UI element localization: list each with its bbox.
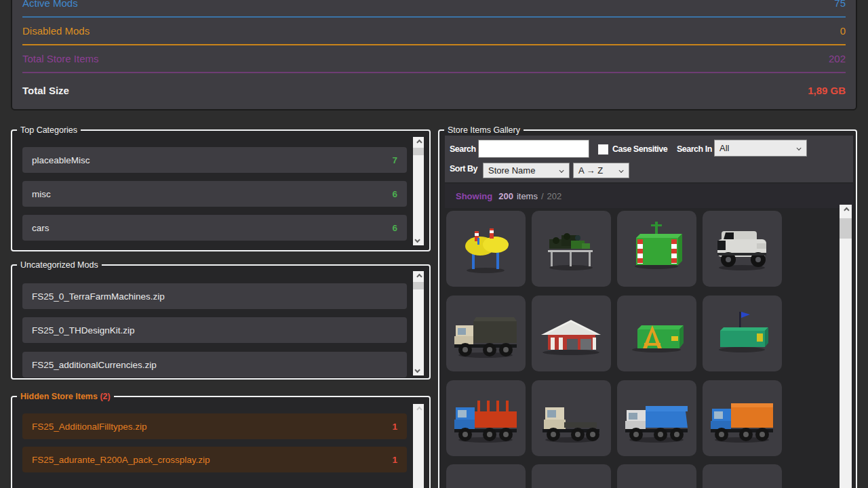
- suv-thumbnail: [703, 211, 782, 287]
- sprayer-thumbnail: [446, 211, 526, 287]
- container_sign-thumbnail: [617, 296, 696, 371]
- sort-by-value: Store Name: [488, 165, 535, 176]
- store-item-card[interactable]: [617, 296, 696, 371]
- store-item-card[interactable]: [532, 211, 611, 287]
- showing-separator: /: [541, 191, 544, 201]
- list-item[interactable]: cars6: [22, 215, 407, 241]
- item-count: 1: [392, 422, 397, 432]
- search-in-value: All: [719, 143, 729, 153]
- hidden-store-items-title: Hidden Store Items (2): [17, 391, 114, 403]
- store-item-card[interactable]: [446, 296, 526, 371]
- item-count: 1: [392, 455, 397, 465]
- item-name: placeableMisc: [32, 155, 90, 165]
- truck_orange-thumbnail: [703, 380, 782, 456]
- scrollbar-thumb[interactable]: [413, 148, 424, 155]
- item-count: 7: [392, 155, 397, 165]
- item-name: FS25_0_TerraFarmMachines.zip: [32, 291, 165, 302]
- stat-row: Total Store Items202: [22, 45, 846, 73]
- stats-panel: Active Mods75Disabled Mods0Total Store I…: [11, 0, 857, 110]
- store-item-card[interactable]: [703, 464, 782, 488]
- scroll-up-button[interactable]: [413, 137, 424, 148]
- list-scrollbar[interactable]: [413, 271, 424, 375]
- scroll-down-button[interactable]: [413, 365, 424, 375]
- showing-label: Showing: [456, 191, 492, 201]
- chevron-up-icon: [416, 140, 422, 145]
- list-item[interactable]: FS25_AdditionalFilltypes.zip1: [22, 413, 407, 439]
- store-item-card[interactable]: [617, 380, 696, 456]
- item-count: 6: [392, 223, 397, 233]
- stat-value: 75: [834, 0, 846, 9]
- store-item-card[interactable]: [446, 464, 526, 488]
- chevron-down-icon: [559, 168, 564, 173]
- scrollbar-thumb[interactable]: [413, 282, 424, 289]
- case-sensitive-checkbox[interactable]: [598, 144, 608, 155]
- gallery-toolbar: Search Case Sensitive Search In All Sort…: [445, 136, 853, 182]
- item-name: FS25_adurante_R200A_pack_crossplay.zip: [32, 455, 210, 465]
- store-item-card[interactable]: [617, 211, 696, 287]
- chevron-up-icon: [416, 274, 422, 279]
- building-thumbnail: [532, 296, 611, 371]
- item-name: FS25_additionalCurrencies.zip: [32, 360, 157, 370]
- store-item-card[interactable]: [703, 296, 782, 371]
- stat-value: 202: [829, 53, 846, 64]
- uncategorized-title: Uncategorized Mods: [17, 260, 102, 271]
- store-item-card[interactable]: [532, 296, 611, 371]
- scroll-up-button[interactable]: [413, 404, 424, 415]
- sort-by-dropdown[interactable]: Store Name: [483, 163, 570, 178]
- item-name: FS25_0_THDesignKit.zip: [32, 325, 135, 336]
- store-item-card[interactable]: [446, 380, 526, 456]
- list-item[interactable]: placeableMisc7: [22, 147, 407, 173]
- chevron-down-icon: [414, 367, 420, 373]
- truck_tractor-thumbnail: [532, 380, 611, 456]
- scroll-down-button[interactable]: [413, 235, 424, 245]
- store-item-card[interactable]: [703, 211, 782, 287]
- showing-items-word: items: [517, 191, 538, 201]
- gallery-scrollbar[interactable]: [840, 205, 852, 488]
- store-item-card[interactable]: [532, 380, 611, 456]
- list-item[interactable]: FS25_additionalCurrencies.zip: [22, 352, 407, 378]
- sort-order-dropdown[interactable]: A → Z: [573, 163, 629, 178]
- list-scrollbar[interactable]: [413, 137, 424, 245]
- chevron-down-icon: [619, 168, 624, 173]
- search-label: Search: [450, 144, 476, 155]
- list-item[interactable]: FS25_0_TerraFarmMachines.zip: [22, 283, 407, 309]
- store-item-card[interactable]: [532, 464, 611, 488]
- store-item-card[interactable]: [446, 211, 526, 287]
- list-scrollbar[interactable]: [413, 404, 424, 488]
- list-item[interactable]: misc6: [22, 181, 407, 207]
- hidden-store-items-groupbox: Hidden Store Items (2) FS25_AdditionalFi…: [11, 396, 431, 488]
- stat-value: 1,89 GB: [808, 85, 846, 96]
- scroll-up-button[interactable]: [413, 271, 424, 282]
- uncategorized-groupbox: Uncategorized Mods FS25_0_TerraFarmMachi…: [11, 264, 431, 380]
- search-input[interactable]: [478, 140, 589, 158]
- container_flag-thumbnail: [703, 296, 782, 371]
- item-name: misc: [32, 189, 51, 199]
- search-in-dropdown[interactable]: All: [714, 140, 807, 157]
- scrollbar-thumb[interactable]: [840, 218, 852, 239]
- store-items-gallery-groupbox: Store Items Gallery Search Case Sensitiv…: [438, 129, 857, 488]
- search-in-label: Search In: [677, 144, 712, 155]
- list-item[interactable]: FS25_adurante_R200A_pack_crossplay.zip1: [22, 447, 407, 472]
- sort-order-value: A → Z: [578, 165, 603, 176]
- chevron-down-icon: [414, 237, 420, 243]
- scroll-up-button[interactable]: [840, 205, 852, 216]
- stat-value: 0: [840, 25, 846, 37]
- stat-label: Active Mods: [22, 0, 78, 9]
- item-count: 6: [392, 189, 397, 199]
- sort-by-label: Sort By: [450, 164, 477, 174]
- showing-count: 200: [498, 191, 513, 201]
- top-categories-title: Top Categories: [17, 125, 81, 136]
- stat-row: Active Mods75: [22, 0, 846, 18]
- store-item-card[interactable]: [703, 380, 782, 456]
- store-item-card[interactable]: [617, 464, 696, 488]
- item-name: cars: [32, 223, 50, 233]
- top-categories-groupbox: Top Categories placeableMisc7misc6cars6: [11, 129, 431, 251]
- list-item[interactable]: FS25_0_THDesignKit.zip: [22, 317, 407, 343]
- stat-row: Disabled Mods0: [22, 18, 846, 45]
- harvester-thumbnail: [532, 211, 611, 287]
- stat-label: Disabled Mods: [22, 25, 90, 37]
- stat-label: Total Store Items: [22, 53, 99, 64]
- chevron-up-icon: [844, 207, 849, 213]
- showing-status-bar: Showing 200 items / 202: [445, 184, 853, 208]
- truck_bed-thumbnail: [446, 296, 526, 371]
